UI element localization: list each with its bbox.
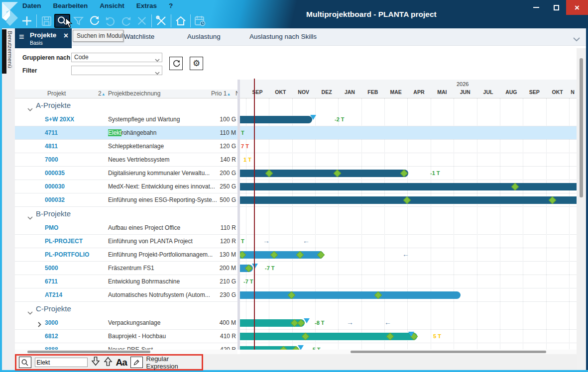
- project-code[interactable]: 4811: [45, 143, 58, 150]
- project-code[interactable]: 5000: [45, 265, 58, 272]
- table-row[interactable]: 000035Digitalisierung kommunaler Verwalt…: [15, 167, 577, 180]
- project-code[interactable]: AT214: [45, 291, 62, 298]
- table-row[interactable]: 4711Elektrohängebahn110 MT: [15, 126, 577, 140]
- project-code[interactable]: PMO: [45, 224, 58, 231]
- redo-icon[interactable]: [118, 14, 134, 28]
- project-code[interactable]: S+W 20XX: [45, 116, 74, 123]
- highlight-marker-icon[interactable]: [130, 357, 143, 368]
- table-row[interactable]: PL-PROJECTEinführung von PLANTA Project1…: [15, 235, 577, 248]
- minimize-button[interactable]: [526, 0, 546, 15]
- arrow-right-icon[interactable]: →: [263, 237, 270, 245]
- project-code[interactable]: 6711: [45, 278, 58, 285]
- search-icon[interactable]: [19, 357, 31, 368]
- gantt-bar[interactable]: [240, 346, 299, 350]
- table-row[interactable]: 8888Neues PRE-Syst...420 R-5 T: [15, 343, 577, 350]
- close-module-icon[interactable]: [134, 14, 150, 28]
- gantt-bar[interactable]: [240, 116, 312, 123]
- module-settings-button[interactable]: ⚙: [190, 57, 203, 70]
- match-case-button[interactable]: Aa: [116, 357, 127, 368]
- group-row[interactable]: A-Projekte: [15, 98, 577, 113]
- undo-icon[interactable]: [102, 14, 118, 28]
- group-row[interactable]: C-Projekte: [15, 302, 577, 316]
- end-marker-triangle[interactable]: [252, 264, 258, 269]
- table-hscroll-thumb[interactable]: [27, 351, 150, 353]
- chevron-down-icon[interactable]: [573, 34, 580, 43]
- col-bezeichnung[interactable]: Projektbezeichnung: [108, 90, 160, 97]
- project-code[interactable]: 6812: [45, 333, 58, 340]
- project-code[interactable]: 8888: [45, 346, 58, 350]
- group-by-select[interactable]: Code: [71, 53, 162, 62]
- project-code[interactable]: 000030: [45, 183, 65, 190]
- col-sort-2[interactable]: 2▲: [98, 90, 106, 97]
- gantt-bar[interactable]: [240, 251, 324, 259]
- project-code[interactable]: 3000: [45, 319, 58, 326]
- tab-auslastung[interactable]: Auslastung: [187, 33, 221, 40]
- gantt-hscroll-thumb[interactable]: [351, 351, 546, 353]
- filter-select[interactable]: [71, 66, 162, 75]
- user-menu-strip[interactable]: Benutzermenü: [2, 28, 15, 370]
- table-row[interactable]: PL-PORTFOLIOEinführung Projekt-Portfolio…: [15, 248, 577, 262]
- calendar-clock-icon[interactable]: [192, 14, 208, 28]
- maximize-button[interactable]: [546, 0, 566, 15]
- close-button[interactable]: ×: [566, 0, 588, 15]
- tab-close-icon[interactable]: ×: [64, 32, 68, 40]
- col-prio[interactable]: Prio 1▲: [211, 90, 231, 97]
- pane-divider[interactable]: [237, 80, 240, 350]
- add-icon[interactable]: [19, 14, 35, 28]
- gantt-vscroll-thumb[interactable]: [580, 58, 583, 197]
- arrow-left-icon[interactable]: ←: [303, 237, 310, 245]
- table-row[interactable]: 000030MedX-Next: Entwicklung eines innov…: [15, 180, 577, 193]
- group-row[interactable]: B-Projekte: [15, 207, 577, 221]
- project-code[interactable]: PL-PORTFOLIO: [45, 251, 89, 258]
- table-row[interactable]: 5000Fräszentrum FS1200 M-7 T: [15, 262, 577, 275]
- tab-projekte-active[interactable]: ≡ Projekte Basis ×: [15, 28, 72, 48]
- project-code[interactable]: 7000: [45, 156, 58, 163]
- menu-bearbeiten[interactable]: Bearbeiten: [53, 2, 88, 9]
- project-code[interactable]: 000035: [45, 170, 65, 177]
- gantt-bar[interactable]: [240, 183, 577, 190]
- search-input[interactable]: [35, 358, 88, 367]
- project-code[interactable]: 000032: [45, 196, 65, 203]
- table-row[interactable]: S+W 20XXSystempflege und Wartung100 G-2 …: [15, 113, 577, 126]
- table-row[interactable]: 7000Neues Vertriebssystem140 R1 T: [15, 153, 577, 167]
- menu-ansicht[interactable]: Ansicht: [100, 2, 124, 9]
- tab-auslastung-nach-skills[interactable]: Auslastung nach Skills: [249, 33, 317, 40]
- gantt-hscrollbar[interactable]: [240, 350, 577, 354]
- regex-toggle[interactable]: Regular Expression: [146, 355, 202, 370]
- project-code[interactable]: PL-PROJECT: [45, 238, 83, 245]
- chevron-down-icon[interactable]: [27, 213, 33, 222]
- chevron-right-icon[interactable]: [38, 320, 41, 329]
- table-hscrollbar[interactable]: [15, 350, 237, 354]
- arrow-left-icon[interactable]: ←: [402, 250, 409, 258]
- save-icon[interactable]: [38, 14, 54, 28]
- find-previous-icon[interactable]: [104, 357, 113, 368]
- menu-help[interactable]: ?: [169, 2, 173, 9]
- table-row[interactable]: AT214Automatisches Notrufsystem (Autom..…: [15, 288, 577, 302]
- gantt-bar[interactable]: [240, 291, 461, 299]
- table-row[interactable]: 4811Schleppkettenanlage120 G7 T: [15, 140, 577, 153]
- table-row[interactable]: 6812Bauprojekt - Hochbau410 R5 T: [15, 330, 577, 343]
- refresh-icon[interactable]: [86, 14, 102, 28]
- table-row[interactable]: PMOAufbau eines Project Office110 R: [15, 221, 577, 235]
- end-marker-triangle[interactable]: [304, 318, 310, 323]
- tools-icon[interactable]: [153, 14, 169, 28]
- table-row[interactable]: 6711Entwicklung Bohrmaschine210 G-7 T: [15, 275, 577, 288]
- menu-extras[interactable]: Extras: [136, 2, 157, 9]
- find-next-icon[interactable]: [91, 357, 100, 368]
- end-marker-triangle[interactable]: [408, 332, 414, 337]
- hamburger-icon[interactable]: ≡: [19, 32, 24, 41]
- home-icon[interactable]: [173, 14, 189, 28]
- gantt-vscrollbar[interactable]: [577, 48, 586, 370]
- arrow-right-icon[interactable]: →: [347, 318, 353, 326]
- chevron-down-icon[interactable]: [27, 308, 33, 317]
- menu-daten[interactable]: Daten: [22, 2, 41, 9]
- table-row[interactable]: 000032Einführung eines ESG-Reporting-Sys…: [15, 193, 577, 207]
- chevron-down-icon[interactable]: [27, 104, 33, 113]
- arrow-left-icon[interactable]: ←: [384, 318, 391, 326]
- module-refresh-button[interactable]: [169, 57, 183, 70]
- col-projekt[interactable]: Projekt: [47, 90, 66, 97]
- end-marker-triangle[interactable]: [310, 115, 316, 120]
- table-row[interactable]: 3000Verpackungsanlage400 M→←-8 T: [15, 316, 577, 330]
- project-code[interactable]: 4711: [45, 129, 58, 136]
- end-marker-triangle[interactable]: [298, 345, 304, 350]
